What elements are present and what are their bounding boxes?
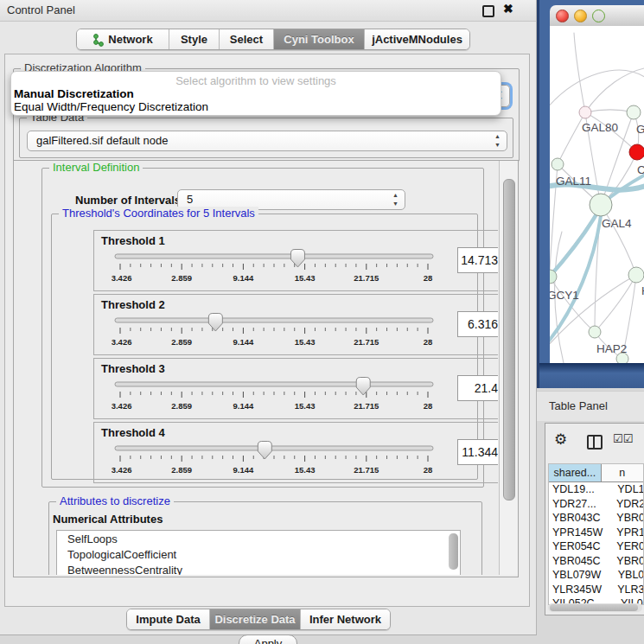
svg-text:15.43: 15.43 <box>295 465 316 475</box>
list-item-selfloops[interactable]: SelfLoops <box>57 531 460 546</box>
cell-name[interactable]: YLR3 <box>614 583 643 597</box>
network-node[interactable] <box>579 106 591 118</box>
scrollbar-thumb[interactable] <box>503 179 515 501</box>
svg-text:9.144: 9.144 <box>233 465 254 475</box>
table-data-select[interactable]: galFiltered.sif default node ▲▼ <box>27 131 507 151</box>
menu-item-manual-discretization[interactable]: Manual Discretization <box>14 87 134 100</box>
network-tab-icon <box>92 33 104 47</box>
cell-shared-name[interactable]: YBR045C <box>549 554 613 569</box>
node-label: GA <box>636 123 644 136</box>
table-row[interactable]: YER054CYER0 <box>549 539 643 554</box>
threshold-value-field[interactable]: 21.4 <box>457 375 498 401</box>
tab-cyni-toolbox[interactable]: Cyni Toolbox <box>274 29 365 49</box>
tab-discretize-data[interactable]: Discretize Data <box>210 609 301 629</box>
tab-jactivemnodules[interactable]: jActiveMNodules <box>365 29 469 49</box>
network-node[interactable] <box>627 105 641 119</box>
threshold-slider[interactable]: -3.4262.8599.14415.4321.71528 <box>112 374 440 414</box>
svg-text:9.144: 9.144 <box>233 273 254 283</box>
checkbox-filter-icons[interactable]: ☑☑ <box>613 432 633 445</box>
slider-thumb[interactable] <box>356 378 370 396</box>
threshold-slider[interactable]: -3.4262.8599.14415.4321.71528 <box>112 438 440 478</box>
gear-icon[interactable]: ⚙ <box>554 430 567 449</box>
cell-name[interactable]: YER0 <box>613 539 643 554</box>
cell-name[interactable]: YBL0 <box>615 568 643 583</box>
split-view-icon[interactable] <box>587 435 603 450</box>
settings-scrollpane: Interval Definition Number of Intervals … <box>13 160 519 577</box>
network-node[interactable] <box>628 267 644 283</box>
table-row[interactable]: YBL079WYBL0 <box>549 568 643 583</box>
mac-zoom-icon[interactable] <box>592 10 605 22</box>
attributes-groupbox: Attributes to discretize Numerical Attri… <box>48 501 482 575</box>
column-header-shared[interactable]: shared... <box>549 464 602 481</box>
cell-shared-name[interactable]: YLR345W <box>549 583 614 597</box>
threshold-value-field[interactable]: 11.344 <box>457 439 498 465</box>
threshold-slider[interactable]: -3.4262.8599.14415.4321.71528 <box>112 246 440 286</box>
table-row[interactable]: YBR043CYBR0 <box>549 511 643 526</box>
threshold-slider[interactable]: -3.4262.8599.14415.4321.71528 <box>112 310 440 350</box>
cell-shared-name[interactable]: YDL19... <box>549 482 614 497</box>
mac-minimize-icon[interactable] <box>574 10 587 22</box>
close-icon[interactable]: ✖ <box>503 2 513 16</box>
table-row[interactable]: YLR345WYLR3 <box>549 583 643 597</box>
table-row[interactable]: YDL19...YDL1 <box>549 482 643 497</box>
algorithm-prompt: Select algorithm to view settings <box>11 74 501 87</box>
mac-close-icon[interactable] <box>556 10 569 22</box>
combo-stepper-icon[interactable]: ▲▼ <box>392 191 399 208</box>
table-data-selected-value: galFiltered.sif default node <box>36 134 168 147</box>
svg-text:-3.426: -3.426 <box>112 401 131 411</box>
cell-name[interactable]: YPR1 <box>613 526 643 540</box>
cell-shared-name[interactable]: YDR27... <box>549 497 613 512</box>
tab-impute-data[interactable]: Impute Data <box>127 609 210 629</box>
threshold-panel-2: Threshold 2-3.4262.8599.14415.4321.71528… <box>93 294 498 355</box>
table-row[interactable]: YBR045CYBR0 <box>549 554 643 569</box>
tab-select[interactable]: Select <box>220 29 274 49</box>
svg-text:9.144: 9.144 <box>233 401 254 411</box>
threshold-panel-1: Threshold 1-3.4262.8599.14415.4321.71528… <box>93 230 498 291</box>
cell-shared-name[interactable]: YBR043C <box>549 511 613 526</box>
top-tab-bar: NetworkStyleSelectCyni ToolboxjActiveMNo… <box>76 29 470 50</box>
cell-name[interactable]: YBR0 <box>613 554 643 569</box>
threshold-value-field[interactable]: 6.316 <box>457 311 498 337</box>
settings-scrollbar[interactable] <box>499 161 518 575</box>
table-row[interactable]: YDR27...YDR2 <box>549 497 643 512</box>
table-panel-titlebar: Table Panel <box>537 391 644 421</box>
cell-shared-name[interactable]: YBL079W <box>549 568 615 583</box>
menu-item-equal-width-frequency-discretization[interactable]: Equal Width/Frequency Discretization <box>14 100 208 113</box>
svg-text:21.715: 21.715 <box>354 337 379 347</box>
network-node[interactable] <box>590 194 612 216</box>
slider-thumb[interactable] <box>208 314 222 332</box>
list-scrollbar-thumb[interactable] <box>449 533 458 570</box>
tab-label: Cyni Toolbox <box>284 33 354 46</box>
list-item-topologicalcoefficient[interactable]: TopologicalCoefficient <box>57 546 460 562</box>
tab-infer-network[interactable]: Infer Network <box>301 609 390 629</box>
list-item-betweennesscentrality[interactable]: BetweennessCentrality <box>57 562 460 575</box>
combo-stepper-icon[interactable]: ▲▼ <box>494 132 501 150</box>
cell-name[interactable]: YBR0 <box>613 511 643 526</box>
threshold-label: Threshold 2 <box>101 298 165 311</box>
column-header-name[interactable]: n <box>602 464 643 481</box>
node-attribute-table[interactable]: shared... n YDL19...YDL1YDR27...YDR2YBR0… <box>548 463 644 605</box>
threshold-value-field[interactable]: 14.713 <box>457 247 498 273</box>
cell-shared-name[interactable]: YER054C <box>549 539 613 554</box>
cell-name[interactable]: YDL1 <box>614 482 643 497</box>
table-hscrollbar[interactable] <box>548 603 642 612</box>
network-node[interactable] <box>552 158 564 170</box>
svg-text:15.43: 15.43 <box>295 337 316 347</box>
network-canvas[interactable]: GAL80GAGAL11CGAL4GCY1HHAP2 <box>550 26 644 363</box>
node-label: GAL4 <box>602 217 632 230</box>
cell-shared-name[interactable]: YPR145W <box>549 526 613 540</box>
table-rows: YDL19...YDL1YDR27...YDR2YBR043CYBR0YPR14… <box>549 482 643 605</box>
network-node[interactable] <box>629 144 644 160</box>
numerical-attributes-list[interactable]: SelfLoopsTopologicalCoefficientBetweenne… <box>56 530 461 575</box>
cell-name[interactable]: YDR2 <box>613 497 643 512</box>
table-row[interactable]: YPR145WYPR1 <box>549 526 643 540</box>
tab-network[interactable]: Network <box>77 29 169 49</box>
apply-button[interactable]: Apply <box>239 634 297 644</box>
float-window-icon[interactable] <box>482 5 494 17</box>
hscrollbar-thumb[interactable] <box>550 604 638 611</box>
svg-text:-3.426: -3.426 <box>112 337 131 347</box>
slider-thumb[interactable] <box>290 250 304 268</box>
slider-thumb[interactable] <box>258 442 271 460</box>
tab-style[interactable]: Style <box>169 29 220 49</box>
network-node[interactable] <box>589 326 601 338</box>
